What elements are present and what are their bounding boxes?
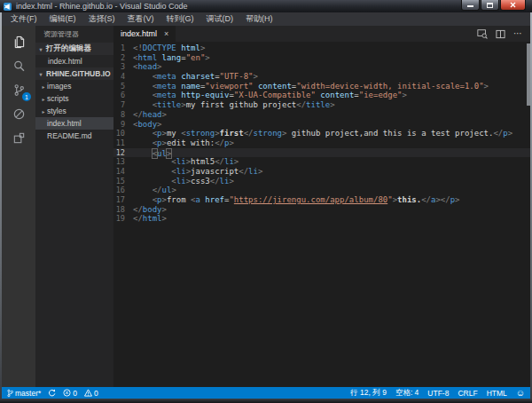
code-text: <title>my first github project</title> — [133, 100, 335, 110]
minimize-icon — [467, 5, 473, 7]
error-count[interactable]: 0 — [63, 389, 77, 398]
window-border-bottom — [0, 399, 532, 403]
branch-indicator[interactable]: master* — [7, 389, 41, 398]
code-line-6[interactable]: 6 <meta http-equiv="X-UA-Compatible" con… — [113, 91, 530, 100]
line-number: 6 — [113, 91, 133, 100]
code-line-14[interactable]: 14 <li>javascript</li> — [113, 167, 530, 177]
line-number: 2 — [113, 53, 133, 63]
code-text: <p>from <a href="https://jirengu.com/app… — [133, 195, 460, 205]
code-line-8[interactable]: 8</head> — [113, 110, 530, 120]
language-mode[interactable]: HTML — [487, 389, 507, 398]
main-area: 1 资源管理器 ▾ 打开的编辑器 index.html — [2, 26, 530, 387]
sidebar-explorer: 资源管理器 ▾ 打开的编辑器 index.html ▾ RHINE.GITHUB… — [35, 26, 113, 387]
code-line-12[interactable]: 12 <ul> — [113, 148, 530, 158]
chevron-down-icon: ▾ — [37, 46, 44, 52]
tab-index-html[interactable]: index.html × — [113, 26, 176, 42]
open-preview-icon — [477, 28, 488, 39]
chevron-right-icon: ▸ — [40, 96, 47, 102]
activity-search[interactable] — [2, 54, 35, 78]
tree-item-images[interactable]: ▸images — [35, 80, 113, 92]
code-line-18[interactable]: 18</body> — [113, 205, 530, 215]
tree-item-label: scripts — [47, 94, 69, 103]
tree-item-index.html[interactable]: index.html — [35, 117, 113, 130]
code-line-2[interactable]: 2<html lang="en"> — [113, 53, 530, 63]
menu-view[interactable]: 查看(V) — [121, 13, 160, 25]
code-line-11[interactable]: 11 <p>edit with:</p> — [113, 138, 530, 148]
eol-selector[interactable]: CRLF — [458, 389, 477, 398]
error-count-value: 0 — [73, 389, 77, 398]
open-preview-button[interactable] — [477, 28, 488, 39]
close-button[interactable] — [500, 0, 526, 11]
more-actions-button[interactable]: ⋯ — [513, 29, 522, 38]
line-number: 14 — [113, 167, 133, 177]
maximize-button[interactable] — [481, 0, 499, 11]
minimize-button[interactable] — [461, 0, 480, 11]
split-editor-button[interactable] — [496, 29, 505, 39]
warning-count[interactable]: 0 — [84, 389, 98, 398]
files-icon — [12, 36, 26, 49]
line-number: 10 — [113, 129, 133, 138]
activity-source-control[interactable]: 1 — [2, 78, 35, 102]
encoding-selector[interactable]: UTF-8 — [427, 389, 449, 398]
sync-button[interactable] — [48, 389, 56, 397]
code-line-7[interactable]: 7 <title>my first github project</title> — [113, 100, 530, 110]
line-number: 9 — [113, 120, 133, 130]
code-line-3[interactable]: 3<head> — [113, 62, 530, 72]
menu-selection[interactable]: 选择(S) — [82, 13, 121, 25]
code-line-13[interactable]: 13 <li>html5</li> — [113, 157, 530, 167]
line-number: 3 — [113, 62, 133, 72]
open-editors-label: 打开的编辑器 — [46, 43, 91, 54]
code-line-19[interactable]: 19</html> — [113, 214, 530, 224]
tree-item-label: README.md — [47, 131, 92, 140]
code-text: </ul> — [133, 186, 176, 195]
code-editor[interactable]: 1<!DOCTYPE html>2<html lang="en">3<head>… — [113, 42, 530, 387]
activity-explorer[interactable] — [2, 30, 35, 54]
maximize-icon — [487, 3, 493, 8]
activity-bar: 1 — [2, 26, 35, 387]
status-bar: master* 0 0 — [0, 387, 532, 399]
branch-name: master* — [15, 389, 41, 398]
code-line-10[interactable]: 10 <p>my <strong>first</strong> github p… — [113, 129, 530, 138]
search-icon — [12, 59, 26, 73]
tree-item-scripts[interactable]: ▸scripts — [35, 92, 113, 105]
line-number: 12 — [113, 148, 133, 158]
error-icon — [63, 389, 71, 397]
code-line-9[interactable]: 9<body> — [113, 120, 530, 130]
open-editors-header[interactable]: ▾ 打开的编辑器 — [35, 43, 113, 55]
open-editor-index.html[interactable]: index.html — [35, 55, 113, 67]
tree-item-styles[interactable]: ▸styles — [35, 105, 113, 117]
editor-group: index.html × — [113, 26, 530, 387]
code-text: <li>css3</li> — [133, 177, 234, 186]
activity-debug[interactable] — [2, 102, 35, 126]
close-tab-icon[interactable]: × — [164, 30, 168, 38]
menu-file[interactable]: 文件(F) — [4, 13, 43, 25]
line-number: 8 — [113, 110, 133, 120]
activity-extensions[interactable] — [2, 126, 35, 150]
code-line-5[interactable]: 5 <meta name="viewport" content="width=d… — [113, 82, 530, 91]
code-line-4[interactable]: 4 <meta charset="UTF-8"> — [113, 72, 530, 82]
menu-help[interactable]: 帮助(H) — [239, 13, 279, 25]
tab-label: index.html — [121, 29, 157, 38]
indentation-setting[interactable]: 空格: 4 — [395, 388, 419, 399]
line-number: 18 — [113, 205, 133, 215]
warning-icon — [84, 389, 92, 397]
vscode-logo-icon — [4, 3, 12, 11]
menu-debug[interactable]: 调试(D) — [200, 13, 240, 25]
folder-header[interactable]: ▾ RHINE.GITHUB.IO — [35, 67, 113, 80]
code-line-15[interactable]: 15 <li>css3</li> — [113, 177, 530, 186]
code-line-1[interactable]: 1<!DOCTYPE html> — [113, 43, 530, 53]
code-line-17[interactable]: 17 <p>from <a href="https://jirengu.com/… — [113, 195, 530, 205]
line-number: 5 — [113, 82, 133, 91]
tab-bar: index.html × — [113, 26, 530, 42]
code-text: <p>edit with:</p> — [133, 138, 234, 148]
title-bar[interactable]: index.html - Rhine.github.io - Visual St… — [0, 0, 532, 12]
line-number: 15 — [113, 177, 133, 186]
tree-item-README.md[interactable]: README.md — [35, 130, 113, 142]
menu-edit[interactable]: 编辑(E) — [43, 13, 82, 25]
cursor-position[interactable]: 行 12, 列 9 — [350, 388, 387, 399]
tree-item-label: styles — [47, 107, 66, 115]
feedback-smiley-icon[interactable]: ☺ — [516, 389, 525, 398]
menu-go[interactable]: 转到(G) — [160, 13, 200, 25]
file-tree: ▸images▸scripts▸stylesindex.htmlREADME.m… — [35, 80, 113, 142]
code-line-16[interactable]: 16 </ul> — [113, 186, 530, 195]
